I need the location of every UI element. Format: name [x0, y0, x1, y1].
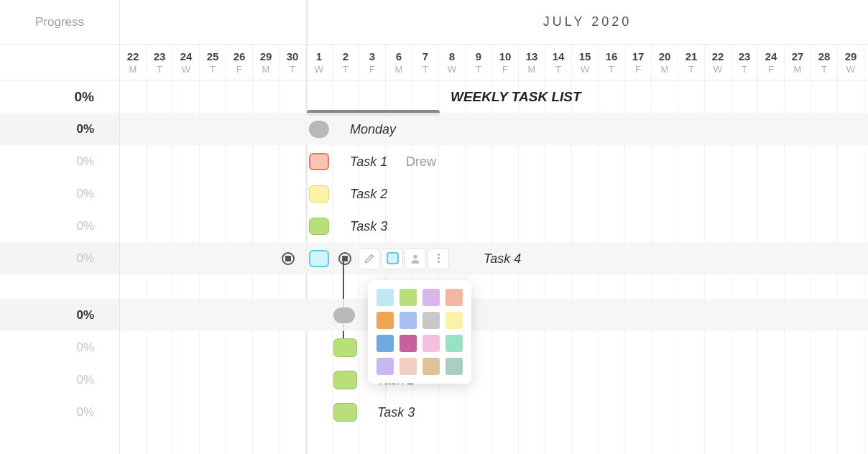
- date-cell: 1W: [306, 45, 333, 80]
- date-cell: 23T: [731, 45, 758, 80]
- date-cell: 14T: [545, 45, 572, 80]
- task-label: Task 3: [350, 218, 387, 233]
- more-icon: [438, 254, 440, 263]
- task-row[interactable]: Task 1 Drew: [120, 145, 868, 177]
- group-header-row[interactable]: WEEKLY TASK LIST: [120, 80, 868, 113]
- color-swatch-icon: [387, 252, 399, 264]
- date-cell: 9T: [466, 45, 492, 80]
- color-swatch[interactable]: [423, 335, 440, 352]
- task-bar[interactable]: [333, 403, 357, 422]
- date-cell: 8W: [439, 45, 466, 80]
- progress-value: 0%: [0, 177, 119, 210]
- task-bar[interactable]: [309, 153, 329, 170]
- date-cell: 26F: [226, 45, 253, 80]
- date-cell: 29W: [838, 45, 864, 80]
- task-row[interactable]: Task 3: [120, 210, 868, 242]
- assignee-button[interactable]: [405, 248, 426, 269]
- progress-value: 0%: [0, 145, 119, 177]
- select-right-icon[interactable]: [338, 252, 351, 265]
- color-swatch[interactable]: [377, 358, 394, 375]
- month-label: JULY 2020: [120, 0, 868, 45]
- edit-button[interactable]: [359, 248, 380, 269]
- date-cell: 10F: [492, 45, 519, 80]
- timeline[interactable]: JULY 2020 22M23T24W25T26F29M30T1W2T3F6M7…: [120, 0, 868, 454]
- date-cell: 2T: [333, 45, 359, 80]
- progress-value: 0%: [0, 396, 119, 428]
- task-label: Task 2: [350, 186, 387, 201]
- progress-value: 0%: [0, 299, 119, 331]
- color-swatch[interactable]: [400, 289, 417, 306]
- date-cell: 24F: [758, 45, 785, 80]
- progress-value: 0%: [0, 242, 119, 274]
- color-swatch[interactable]: [445, 289, 463, 306]
- date-cell: 17F: [625, 45, 652, 80]
- date-cell: 22W: [705, 45, 731, 80]
- progress-value: 0%: [0, 210, 119, 242]
- task-bar[interactable]: [309, 250, 329, 267]
- color-picker[interactable]: [368, 280, 471, 384]
- date-cell: 29M: [253, 45, 280, 80]
- progress-value: 0%: [0, 113, 119, 145]
- color-swatch[interactable]: [423, 289, 440, 306]
- task-row[interactable]: Task 2: [120, 177, 868, 210]
- task-row[interactable]: Task 3: [120, 396, 868, 428]
- color-swatch[interactable]: [400, 358, 417, 375]
- progress-value: 0%: [0, 331, 119, 363]
- task-bar[interactable]: [309, 185, 329, 203]
- date-header-row: 22M23T24W25T26F29M30T1W2T3F6M7T8W9T10F13…: [120, 45, 868, 80]
- color-swatch[interactable]: [400, 312, 417, 329]
- color-swatch[interactable]: [377, 289, 394, 306]
- task-row-monday[interactable]: Monday: [120, 113, 868, 145]
- color-button[interactable]: [382, 248, 403, 269]
- task-label: Task 3: [377, 404, 415, 420]
- task-assignee: Drew: [406, 154, 436, 169]
- task-label: Task 4: [484, 251, 521, 266]
- color-swatch[interactable]: [445, 335, 463, 352]
- date-cell: 13M: [519, 45, 545, 80]
- date-cell: 27M: [785, 45, 811, 80]
- date-cell: 23T: [147, 45, 173, 80]
- group-header-row[interactable]: [120, 299, 868, 331]
- progress-value: 0%: [0, 363, 119, 396]
- date-cell: 24W: [173, 45, 200, 80]
- date-cell: 15W: [572, 45, 599, 80]
- progress-value: 0%: [0, 80, 119, 113]
- task-bar[interactable]: [309, 218, 329, 235]
- task-row[interactable]: Task 2: [120, 363, 868, 396]
- task-bar[interactable]: [309, 121, 329, 138]
- svg-point-0: [413, 254, 417, 258]
- color-swatch[interactable]: [423, 312, 440, 329]
- date-cell: 3F: [359, 45, 386, 80]
- date-cell: 7T: [412, 45, 439, 80]
- color-swatch[interactable]: [445, 312, 463, 329]
- color-swatch[interactable]: [377, 335, 394, 352]
- date-cell: 28T: [811, 45, 838, 80]
- more-button[interactable]: [428, 248, 449, 269]
- group-pill[interactable]: [333, 307, 355, 323]
- date-cell: 16T: [599, 45, 625, 80]
- color-swatch[interactable]: [377, 312, 394, 329]
- select-left-icon[interactable]: [282, 252, 295, 265]
- task-bar[interactable]: [333, 371, 357, 389]
- date-cell: 6M: [386, 45, 412, 80]
- date-cell: 30T: [280, 45, 306, 80]
- task-row-selected[interactable]: Task 4: [120, 242, 868, 274]
- color-swatch[interactable]: [423, 358, 440, 375]
- task-label: Task 1: [350, 154, 387, 169]
- date-cell: 22M: [120, 45, 147, 80]
- progress-column: Progress 0% 0% 0% 0% 0% 0% 0% 0% 0% 0%: [0, 0, 120, 454]
- date-cell: 25T: [200, 45, 226, 80]
- task-row[interactable]: [120, 331, 868, 363]
- task-bar[interactable]: [333, 338, 357, 357]
- task-label: Monday: [350, 121, 396, 136]
- spacer-row: [120, 274, 868, 299]
- color-swatch[interactable]: [400, 335, 417, 352]
- date-cell: 21T: [678, 45, 705, 80]
- group-title: WEEKLY TASK LIST: [451, 89, 581, 105]
- color-swatch[interactable]: [445, 358, 463, 375]
- progress-header: Progress: [0, 0, 119, 45]
- date-cell: 20M: [652, 45, 678, 80]
